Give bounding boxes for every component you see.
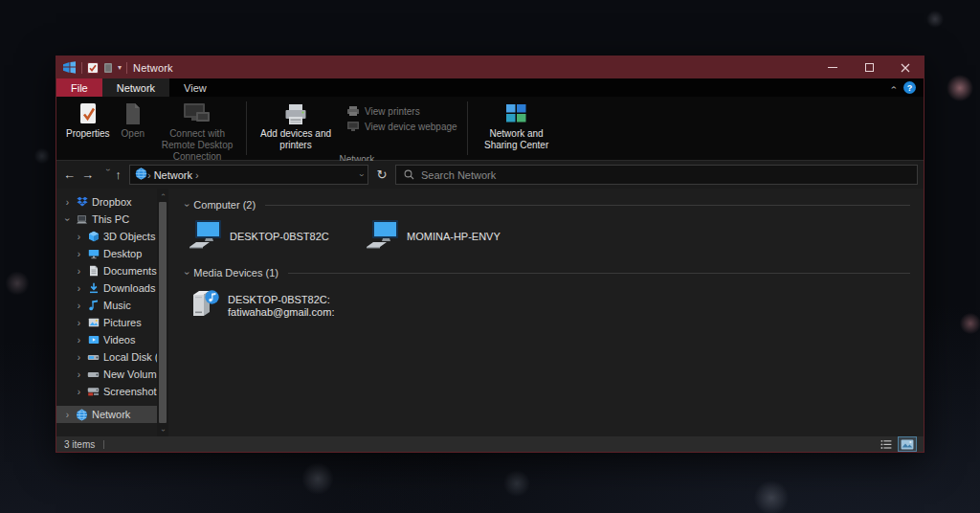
- breadcrumb-network[interactable]: Network: [154, 169, 192, 181]
- sidebar-item-this-pc[interactable]: › This PC: [56, 211, 157, 228]
- sidebar-item-3d-objects[interactable]: › 3D Objects: [56, 228, 157, 245]
- computer-icon: [187, 219, 223, 255]
- address-dropdown-icon[interactable]: ›: [357, 173, 367, 176]
- close-button[interactable]: [887, 56, 924, 78]
- items-count: 3 items: [64, 439, 95, 450]
- file-list-pane: › Computer (2) DESKTOP-0BST82C MOMINA-HP…: [168, 189, 924, 436]
- sidebar-item-downloads[interactable]: › Downloads: [56, 279, 157, 297]
- sidebar-item-network[interactable]: › Network: [56, 406, 157, 423]
- properties-button[interactable]: Properties: [60, 100, 116, 142]
- large-icons-view-button[interactable]: [899, 437, 916, 451]
- pictures-icon: [87, 317, 100, 329]
- large-icons-view-icon: [901, 439, 914, 450]
- sidebar-item-label: Music: [103, 300, 131, 311]
- open-button[interactable]: Open: [116, 100, 150, 142]
- sidebar-item-label: Desktop: [103, 248, 142, 259]
- qat-separator-2: [126, 62, 127, 74]
- properties-quick-icon[interactable]: [87, 62, 99, 74]
- sidebar-item-label: Dropbox: [92, 196, 132, 208]
- remote-desktop-icon: [183, 101, 212, 126]
- sidebar-item-local-disk-c[interactable]: › Local Disk (C:): [56, 348, 157, 366]
- media-device-item[interactable]: DESKTOP-0BST82C: fatiwahab@gmail.com:: [187, 287, 334, 325]
- collapse-ribbon-icon[interactable]: ›: [888, 86, 899, 89]
- title-bar: ▾ Network: [56, 56, 924, 78]
- sidebar-item-music[interactable]: › Music: [56, 297, 157, 314]
- view-device-webpage-button[interactable]: View device webpage: [346, 121, 457, 132]
- sidebar-item-label: This PC: [92, 213, 129, 225]
- search-placeholder: Search Network: [421, 169, 496, 181]
- group-title: Media Devices (1): [193, 267, 278, 279]
- music-icon: [87, 300, 100, 312]
- network-sharing-center-icon: [504, 101, 528, 126]
- videos-icon: [87, 334, 100, 346]
- sidebar-item-desktop[interactable]: › Desktop: [56, 245, 157, 262]
- scroll-down-icon[interactable]: ›: [156, 429, 168, 432]
- view-device-webpage-icon: [346, 121, 360, 132]
- details-view-button[interactable]: [878, 437, 895, 451]
- qat-separator: [81, 62, 82, 74]
- back-button[interactable]: ←: [60, 165, 78, 185]
- address-bar[interactable]: › Network › ›: [129, 165, 368, 185]
- new-folder-quick-icon[interactable]: [103, 62, 113, 74]
- sidebar-item-dropbox[interactable]: › Dropbox: [56, 193, 157, 211]
- status-bar: 3 items: [56, 436, 924, 452]
- computer-name: DESKTOP-0BST82C: [230, 231, 329, 243]
- documents-icon: [87, 265, 100, 278]
- sidebar-item-screenshots-share[interactable]: › Screenshots (\\W: [56, 383, 157, 400]
- sidebar-item-new-volume-d[interactable]: › New Volume (D:: [56, 366, 157, 383]
- chevron-right-icon[interactable]: ›: [63, 197, 72, 208]
- search-box[interactable]: Search Network: [395, 165, 918, 185]
- properties-icon: [78, 101, 99, 126]
- breadcrumb-chevron-icon-2[interactable]: ›: [195, 169, 199, 181]
- connect-remote-desktop-button[interactable]: Connect with Remote Desktop Connection: [150, 100, 244, 164]
- chevron-down-icon[interactable]: ›: [62, 215, 73, 224]
- ribbon-separator: [246, 101, 247, 155]
- network-location-icon: [135, 167, 147, 184]
- navigation-pane: › Dropbox › This PC › 3D Objects › Deskt…: [56, 189, 168, 436]
- refresh-button[interactable]: ↻: [371, 165, 392, 185]
- scroll-up-icon[interactable]: ›: [156, 193, 168, 196]
- help-icon[interactable]: ?: [903, 81, 916, 94]
- tab-view[interactable]: View: [169, 78, 221, 97]
- sidebar-item-documents[interactable]: › Documents: [56, 262, 157, 279]
- media-device-tiles: DESKTOP-0BST82C: fatiwahab@gmail.com:: [186, 280, 924, 334]
- sidebar-scrollbar[interactable]: › ›: [157, 189, 168, 436]
- ribbon-group-location: Properties Open Connect with Remote Desk…: [60, 97, 244, 160]
- 3d-objects-icon: [87, 231, 100, 243]
- printer-icon: [283, 101, 308, 126]
- group-collapse-icon[interactable]: ›: [182, 271, 192, 274]
- group-collapse-icon[interactable]: ›: [182, 203, 192, 206]
- add-devices-button[interactable]: Add devices and printers: [249, 100, 343, 153]
- explorer-logo-icon: [62, 61, 77, 74]
- group-header-media-devices[interactable]: › Media Devices (1): [186, 265, 924, 280]
- sidebar-item-videos[interactable]: › Videos: [56, 331, 157, 348]
- view-printers-button[interactable]: View printers: [346, 105, 457, 117]
- tab-file[interactable]: File: [56, 78, 102, 97]
- search-icon: [404, 167, 414, 184]
- recent-locations-icon[interactable]: ›: [93, 168, 113, 181]
- local-disk-icon: [87, 351, 100, 364]
- sidebar-item-label: Network: [92, 409, 130, 420]
- scrollbar-thumb[interactable]: [159, 202, 167, 423]
- ribbon-group-network: Add devices and printers View printers V…: [249, 97, 465, 160]
- sidebar-item-label: 3D Objects: [103, 231, 155, 242]
- ribbon: Properties Open Connect with Remote Desk…: [56, 97, 924, 161]
- open-icon: [124, 101, 142, 126]
- group-header-computer[interactable]: › Computer (2): [186, 197, 924, 212]
- network-drive-icon: [87, 386, 100, 398]
- media-device-name: DESKTOP-0BST82C: fatiwahab@gmail.com:: [228, 294, 334, 319]
- group-title: Computer (2): [193, 199, 256, 211]
- network-globe-icon: [76, 409, 88, 421]
- tab-network[interactable]: Network: [102, 78, 169, 97]
- minimize-button[interactable]: [814, 56, 851, 78]
- quick-access-toolbar: ▾: [56, 61, 127, 74]
- qat-customize-caret-icon[interactable]: ▾: [118, 63, 122, 72]
- network-computer-item[interactable]: DESKTOP-0BST82C: [187, 219, 364, 255]
- maximize-button[interactable]: [851, 56, 887, 78]
- explorer-window: ▾ Network File Network View › ?: [56, 56, 924, 453]
- sidebar-item-pictures[interactable]: › Pictures: [56, 314, 157, 331]
- network-sharing-center-button[interactable]: Network and Sharing Center: [470, 100, 564, 153]
- network-computer-item[interactable]: MOMINA-HP-ENVY: [364, 219, 541, 255]
- media-device-icon: [187, 287, 221, 325]
- desktop-icon: [87, 248, 100, 260]
